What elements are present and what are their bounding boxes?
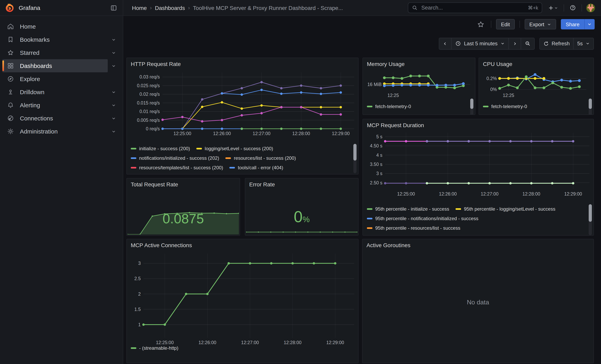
cpu-usage-chart[interactable]: 0.2%0%12:25 bbox=[480, 68, 590, 104]
time-forward-button[interactable] bbox=[509, 38, 521, 49]
legend-swatch-icon bbox=[196, 148, 202, 149]
sidebar-link-home[interactable]: Home bbox=[2, 20, 108, 33]
legend-scrollbar[interactable] bbox=[589, 98, 592, 115]
http-request-rate-chart[interactable]: 0 req/s0.005 req/s0.01 req/s0.015 req/s0… bbox=[128, 69, 357, 147]
legend-row: tools/call - success (200)tools/list - s… bbox=[131, 172, 352, 174]
legend-row: 95th percentile - resources/list - succe… bbox=[367, 223, 588, 233]
legend-scrollbar[interactable] bbox=[353, 144, 357, 173]
user-avatar[interactable] bbox=[586, 3, 595, 12]
legend-scrollbar[interactable] bbox=[589, 204, 592, 235]
chevron-down-icon[interactable] bbox=[108, 116, 120, 121]
zoom-out-icon[interactable] bbox=[521, 38, 534, 49]
time-picker-group: Last 5 minutes bbox=[439, 38, 534, 49]
favorite-star-icon[interactable] bbox=[476, 19, 486, 30]
time-back-button[interactable] bbox=[439, 38, 451, 49]
legend-swatch-icon bbox=[131, 347, 136, 349]
panel-title[interactable]: MCP Request Duration bbox=[363, 119, 593, 128]
search-field[interactable] bbox=[421, 4, 525, 11]
panel-title[interactable]: Active Goroutines bbox=[362, 239, 593, 248]
bookmark-icon bbox=[7, 36, 14, 43]
drilldown-icon bbox=[7, 89, 14, 95]
legend-label: - (streamable-http) bbox=[139, 345, 178, 351]
breadcrumb-home[interactable]: Home bbox=[132, 5, 147, 11]
sidebar-link-drilldown[interactable]: Drilldown bbox=[2, 85, 108, 98]
chevron-down-icon[interactable] bbox=[108, 63, 120, 68]
legend-item[interactable]: 95th percentile - notifications/initiali… bbox=[367, 216, 478, 221]
refresh-button[interactable]: Refresh bbox=[539, 38, 574, 49]
svg-text:0.015 req/s: 0.015 req/s bbox=[137, 100, 160, 106]
sidebar-link-connections[interactable]: Connections bbox=[2, 112, 108, 125]
legend-row: 95th percentile - resources/templates/li… bbox=[367, 233, 588, 235]
svg-text:1: 1 bbox=[138, 322, 141, 327]
svg-text:3: 3 bbox=[138, 261, 141, 266]
header-brand: Grafana bbox=[0, 0, 123, 16]
chevron-down-icon[interactable] bbox=[108, 50, 120, 55]
sidebar-link-starred[interactable]: Starred bbox=[2, 46, 108, 59]
legend-item[interactable]: fetch-telemetry-0 bbox=[483, 104, 527, 109]
legend-label: resources/templates/list - success (200) bbox=[139, 165, 223, 170]
mcp-request-duration-chart[interactable]: 5 s4.50 s4 s3.50 s3 s2.50 s12:25:0012:26… bbox=[364, 129, 593, 207]
legend-item[interactable]: 95th percentile - logging/setLevel - suc… bbox=[456, 206, 555, 212]
dashboard-toolbar: Edit Export Share bbox=[123, 16, 601, 33]
legend-scrollbar[interactable] bbox=[470, 98, 473, 115]
chevron-down-icon[interactable] bbox=[108, 90, 120, 94]
header-actions: ⌘+k bbox=[408, 2, 601, 13]
sidebar-item-starred: Starred bbox=[0, 46, 123, 59]
sidebar-link-explore[interactable]: Explore bbox=[2, 72, 108, 85]
time-controls: Last 5 minutes Refresh 5s bbox=[123, 37, 601, 50]
panel-title[interactable]: MCP Active Connections bbox=[127, 239, 358, 248]
error-rate-sparkline[interactable] bbox=[246, 229, 357, 234]
legend-item[interactable]: 95th percentile - resources/list - succe… bbox=[367, 225, 460, 231]
legend-row: 95th percentile - notifications/initiali… bbox=[367, 214, 588, 223]
sidebar-item-label: Connections bbox=[20, 115, 53, 122]
search-input[interactable]: ⌘+k bbox=[408, 2, 542, 13]
sidebar-toggle-icon[interactable] bbox=[109, 3, 119, 13]
panel-title[interactable]: Total Request Rate bbox=[127, 178, 240, 187]
legend-row: notifications/initialized - success (202… bbox=[131, 153, 352, 163]
legend-item[interactable]: fetch-telemetry-0 bbox=[367, 104, 411, 109]
panel-title[interactable]: HTTP Request Rate bbox=[127, 58, 358, 67]
breadcrumb-separator-icon: › bbox=[188, 5, 190, 11]
header-divider bbox=[581, 4, 582, 11]
legend-item[interactable]: resources/templates/list - success (200) bbox=[131, 165, 223, 170]
legend-item[interactable]: resources/list - success (200) bbox=[226, 155, 296, 161]
legend-item[interactable]: 95th percentile - resources/templates/li… bbox=[367, 235, 482, 235]
legend-item[interactable]: notifications/initialized - success (202… bbox=[131, 155, 219, 161]
memory-usage-chart[interactable]: 16 MiB12:25 bbox=[364, 68, 474, 104]
help-icon[interactable] bbox=[568, 3, 578, 12]
breadcrumb-dashboards[interactable]: Dashboards bbox=[155, 5, 185, 11]
share-split-button: Share bbox=[561, 19, 595, 30]
edit-button[interactable]: Edit bbox=[496, 19, 515, 30]
legend-swatch-icon bbox=[226, 157, 231, 159]
legend-item[interactable]: logging/setLevel - success (200) bbox=[196, 146, 273, 151]
refresh-interval-dropdown[interactable]: 5s bbox=[574, 38, 594, 49]
svg-text:3 s: 3 s bbox=[376, 171, 382, 176]
legend-item[interactable]: tools/call - error (404) bbox=[230, 165, 283, 170]
legend-label: initialize - success (200) bbox=[139, 146, 190, 151]
time-range-picker[interactable]: Last 5 minutes bbox=[451, 38, 509, 49]
sidebar-item-label: Starred bbox=[20, 49, 39, 56]
chevron-down-icon[interactable] bbox=[108, 103, 120, 108]
grafana-logo-icon[interactable] bbox=[5, 3, 15, 13]
panel-title[interactable]: Memory Usage bbox=[363, 58, 475, 67]
share-menu-chevron-icon[interactable] bbox=[584, 19, 595, 30]
share-button[interactable]: Share bbox=[561, 19, 584, 30]
add-button[interactable] bbox=[546, 3, 560, 12]
sidebar-link-dashboards[interactable]: Dashboards bbox=[2, 59, 108, 72]
sidebar-link-bookmarks[interactable]: Bookmarks bbox=[2, 33, 108, 46]
breadcrumb-current: ToolHive MCP Server & Proxy Runner Dashb… bbox=[193, 5, 343, 11]
chart-legend: initialize - success (200)logging/setLev… bbox=[131, 144, 352, 174]
sidebar-link-alerting[interactable]: Alerting bbox=[2, 98, 108, 112]
chevron-down-icon[interactable] bbox=[108, 129, 120, 134]
legend-item[interactable]: - (streamable-http) bbox=[131, 345, 178, 351]
svg-text:12:25:00: 12:25:00 bbox=[173, 131, 191, 136]
legend-item[interactable]: initialize - success (200) bbox=[131, 146, 190, 151]
export-button[interactable]: Export bbox=[524, 19, 556, 30]
mcp-active-connections-chart[interactable]: 32.521.5112:25:0012:26:0012:27:0012:28:0… bbox=[128, 250, 358, 351]
chevron-down-icon[interactable] bbox=[108, 37, 120, 42]
sidebar-link-administration[interactable]: Administration bbox=[2, 125, 108, 138]
legend-item[interactable]: 95th percentile - initialize - success bbox=[367, 206, 449, 212]
panel-title[interactable]: CPU Usage bbox=[479, 58, 593, 67]
svg-text:12:29:00: 12:29:00 bbox=[564, 191, 582, 197]
panel-title[interactable]: Error Rate bbox=[245, 178, 358, 187]
